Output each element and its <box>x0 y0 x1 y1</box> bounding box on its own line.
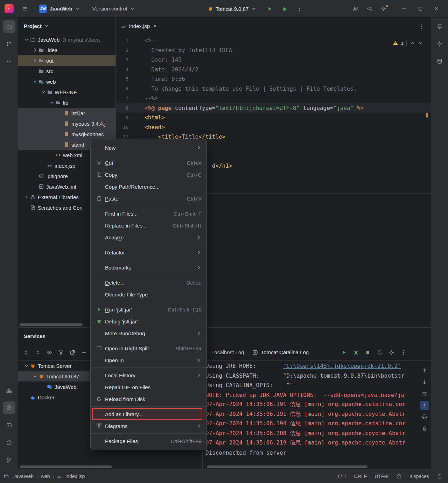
menu-item-package-files[interactable]: Package FilesCtrl+Shift+F9 <box>91 435 206 447</box>
line-separator[interactable]: CRLF <box>354 474 367 479</box>
project-horizontal-scrollbar[interactable] <box>20 323 83 326</box>
tool-database-button[interactable] <box>433 55 446 68</box>
tool-hierarchy-button[interactable] <box>3 384 15 397</box>
menu-item-run-jstl-jar[interactable]: Run 'jstl.jar'Ctrl+Shift+F10 <box>91 303 206 315</box>
menu-item-replace-in-files[interactable]: Replace in Files...Ctrl+Shift+R <box>91 219 206 231</box>
debug-button[interactable] <box>278 2 291 15</box>
tree-item-idea[interactable]: .idea <box>18 45 115 55</box>
chevron-down-icon[interactable] <box>23 363 30 369</box>
main-menu-button[interactable] <box>19 2 31 15</box>
console-debug-button[interactable] <box>351 348 360 357</box>
menu-item-more-run-debug[interactable]: More Run/Debug <box>91 327 206 339</box>
run-configuration-selector[interactable]: Tomcat 9.0.87 <box>205 3 259 15</box>
services-filter-button[interactable] <box>56 348 65 357</box>
menu-item-add-as-library[interactable]: Add as Library... <box>91 408 206 420</box>
indent-style[interactable]: 4 spaces <box>410 474 429 479</box>
previous-problem-icon[interactable] <box>410 40 415 46</box>
services-horizontal-scrollbar[interactable] <box>20 465 112 468</box>
console-trash-button[interactable] <box>420 424 429 433</box>
project-panel-header[interactable]: Project <box>18 18 115 34</box>
console-run-button[interactable] <box>340 348 349 357</box>
console-stop-button[interactable] <box>363 348 372 357</box>
code-line[interactable]: 1<%-- <box>116 36 431 46</box>
menu-item-new[interactable]: New <box>91 142 206 154</box>
code-line[interactable]: 6 To change this template use File | Set… <box>116 84 431 94</box>
vcs-widget[interactable]: Version control <box>90 3 138 15</box>
menu-item-cut[interactable]: CutCtrl+X <box>91 157 206 169</box>
tool-structure-button[interactable] <box>3 38 15 50</box>
code-line[interactable]: 5 Time: 0:36 <box>116 74 431 84</box>
code-line[interactable]: 4 Date: 2024/4/2 <box>116 65 431 75</box>
readonly-toggle[interactable] <box>437 474 442 479</box>
menu-item-debug-jstl-jar[interactable]: Debug 'jstl.jar' <box>91 315 206 327</box>
chevron-down-icon[interactable] <box>48 100 55 105</box>
services-plus-button[interactable] <box>79 348 89 357</box>
menu-item-delete[interactable]: Delete...Delete <box>91 276 206 288</box>
chevron-right-icon[interactable] <box>31 47 38 53</box>
code-line[interactable]: 3 User: 145 <box>116 55 431 65</box>
maximize-button[interactable] <box>412 0 428 18</box>
menu-item-analyze[interactable]: Analyze <box>91 231 206 243</box>
console-softwrap-button[interactable] <box>420 389 429 398</box>
search-everywhere-button[interactable] <box>363 2 376 15</box>
code-line[interactable]: 2 Created by IntelliJ IDEA. <box>116 46 431 55</box>
more-run-actions-button[interactable] <box>293 2 306 15</box>
tool-notifications-button[interactable] <box>433 20 446 33</box>
tree-item-mysql-connec[interactable]: mysql-connec <box>18 129 115 139</box>
menu-item-copy[interactable]: CopyCtrl+C <box>91 169 206 181</box>
tree-item-src[interactable]: src <box>18 66 115 76</box>
console-printer-button[interactable] <box>420 412 429 421</box>
file-encoding[interactable]: UTF-8 <box>374 474 388 479</box>
console-horizontal-scrollbar[interactable] <box>207 465 368 468</box>
close-tab-icon[interactable]: × <box>153 23 156 29</box>
minimize-button[interactable] <box>396 0 412 18</box>
error-stripe-mark[interactable] <box>426 113 428 118</box>
console-kebab-button[interactable] <box>399 348 408 357</box>
tree-item-out[interactable]: out <box>18 55 115 66</box>
code-line[interactable]: 9<html> <box>116 113 431 122</box>
tool-ai-assistant-button[interactable] <box>433 37 446 50</box>
services-expand-all-button[interactable] <box>22 348 31 357</box>
console-arrow-up-button[interactable] <box>420 366 429 375</box>
services-eye-button[interactable] <box>45 348 54 357</box>
chevron-down-icon[interactable] <box>31 373 38 379</box>
tab-index-jsp[interactable]: JSP index.jsp × <box>117 18 161 35</box>
code-line[interactable]: 8<%@ page contentType="text/html;charset… <box>116 103 431 113</box>
tool-more-tools-button[interactable] <box>3 55 15 68</box>
breadcrumb-item[interactable]: web <box>41 474 50 479</box>
tool-problems-button[interactable] <box>3 436 15 449</box>
menu-item-reload-from-disk[interactable]: Reload from Disk <box>91 393 206 405</box>
tree-item-web[interactable]: web <box>18 76 115 87</box>
console-rerun-button[interactable] <box>375 348 384 357</box>
tree-item-web-inf[interactable]: WEB-INF <box>18 87 115 97</box>
menu-item-diagrams[interactable]: Diagrams <box>91 420 206 432</box>
breadcrumb-item[interactable]: JavaWeb <box>13 474 34 479</box>
menu-item-local-history[interactable]: Local History <box>91 369 206 381</box>
breadcrumb-item[interactable]: index.jsp <box>65 474 85 479</box>
menu-item-override-file-type[interactable]: Override File Type <box>91 288 206 300</box>
console-arrow-down-button[interactable] <box>420 378 429 387</box>
code-line[interactable]: 10<head> <box>116 122 431 132</box>
chevron-down-icon[interactable] <box>40 89 47 95</box>
services-collapse-all-button[interactable] <box>33 348 42 357</box>
close-button[interactable] <box>428 0 444 18</box>
inspections-level-widget[interactable] <box>396 474 402 479</box>
run-button[interactable] <box>264 2 276 15</box>
code-with-me-button[interactable] <box>349 2 362 15</box>
menu-item-paste[interactable]: PasteCtrl+V <box>91 192 206 204</box>
menu-item-repair-ide-on-files[interactable]: Repair IDE on Files <box>91 381 206 393</box>
tree-item-javaweb[interactable]: JavaWebD:\mybatis\Java <box>18 34 115 45</box>
chevron-right-icon[interactable] <box>31 58 38 63</box>
menu-item-bookmarks[interactable]: Bookmarks <box>91 261 206 273</box>
next-problem-icon[interactable] <box>418 40 424 46</box>
chevron-down-icon[interactable] <box>31 79 38 84</box>
menu-item-copy-path-reference[interactable]: Copy Path/Reference... <box>91 181 206 192</box>
chevron-right-icon[interactable] <box>23 194 30 200</box>
console-gear-button[interactable] <box>387 348 396 357</box>
tool-terminal-button[interactable] <box>3 419 15 432</box>
chevron-down-icon[interactable] <box>23 37 30 42</box>
tool-services-button[interactable] <box>3 401 15 414</box>
tool-version-control-button[interactable] <box>3 454 15 467</box>
code-line[interactable]: 7--%> <box>116 93 431 103</box>
tree-item-lib[interactable]: lib <box>18 97 115 108</box>
